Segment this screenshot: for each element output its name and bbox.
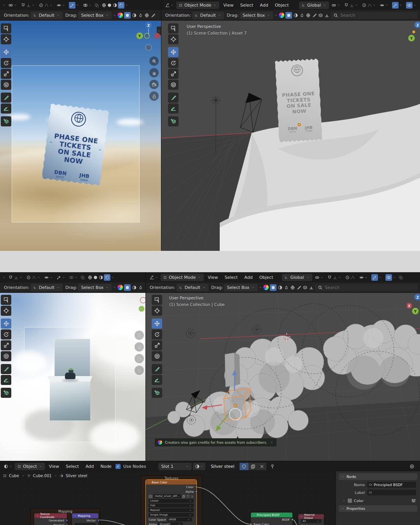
rotate-tool[interactable]	[1, 329, 11, 340]
orientation-select[interactable]: Default	[177, 284, 208, 291]
node-material-output[interactable]: Material Output All Surface	[298, 514, 324, 525]
output-socket-vector[interactable]	[97, 519, 100, 522]
show-gizmo-toggle[interactable]	[370, 274, 383, 281]
select-box-tool[interactable]	[168, 23, 178, 33]
toggle-layers[interactable]	[303, 285, 308, 290]
camera-view-button[interactable]	[149, 80, 159, 89]
zoom-button[interactable]	[135, 331, 144, 340]
projection-select[interactable]: Flat	[149, 504, 194, 508]
transform-tool[interactable]	[168, 80, 178, 90]
editor-type-select[interactable]	[164, 3, 175, 8]
extension-select[interactable]: Repeat	[149, 508, 194, 512]
filter-sliders-icon[interactable]	[411, 498, 416, 503]
viewport-bottom-right[interactable]: User Perspective (1) Scene Collection | …	[146, 272, 420, 461]
toggle-snap-z[interactable]	[324, 13, 329, 18]
node-base-color[interactable]: Base Color Color Alpha metal_silver_diff…	[146, 480, 196, 525]
orientation-select[interactable]: Default	[31, 284, 63, 291]
proportional-editing-toggle[interactable]	[37, 3, 54, 8]
show-overlays-toggle[interactable]	[68, 275, 79, 280]
shader-editor[interactable]: Object View Select Add Node ✓ Use Nodes …	[0, 461, 420, 525]
navigation-gizmo[interactable]: Z Y	[135, 20, 160, 54]
menu-view[interactable]: View	[220, 3, 236, 8]
output-socket-bsdf[interactable]	[291, 518, 294, 521]
toggle-drop[interactable]	[299, 13, 304, 18]
visibility-dropdown[interactable]	[378, 3, 390, 8]
output-socket-generated[interactable]	[66, 519, 68, 522]
poster-object[interactable]: PHASE ONETICKETS ON SALENOW ➳ ➳ DBN03757…	[42, 103, 110, 186]
show-gizmo-toggle[interactable]	[68, 2, 80, 9]
toggle-brush[interactable]	[296, 285, 301, 290]
snapping-link-toggle[interactable]	[7, 3, 18, 8]
toggle-active[interactable]	[285, 12, 292, 19]
cursor-tool[interactable]	[1, 306, 11, 316]
toggle-drop[interactable]	[284, 285, 289, 290]
toggle-active[interactable]	[124, 284, 131, 291]
menu-view[interactable]: View	[46, 464, 62, 469]
image-name-field[interactable]: metal_silver_diff...	[153, 494, 181, 498]
visibility-dropdown[interactable]	[55, 3, 66, 8]
menu-add[interactable]: Add	[83, 464, 96, 469]
pan-button[interactable]	[149, 68, 159, 77]
shading-mode-switch[interactable]	[86, 274, 116, 281]
select-box-tool[interactable]	[1, 295, 11, 305]
toggle-globe[interactable]	[144, 13, 149, 18]
snapping-link-toggle[interactable]	[313, 275, 325, 280]
toggle-brush[interactable]	[150, 13, 156, 18]
search-input[interactable]: Search	[331, 12, 418, 19]
move-tool[interactable]	[152, 318, 162, 329]
xray-toggle[interactable]	[94, 3, 99, 8]
pin-icon[interactable]	[270, 464, 275, 469]
select-box-tool[interactable]	[152, 295, 162, 305]
chevron-down-icon[interactable]	[113, 286, 116, 289]
notification-banner[interactable]: Creators also gain credits for free asse…	[155, 438, 276, 446]
measure-tool[interactable]	[152, 375, 162, 385]
measure-tool[interactable]	[168, 103, 178, 114]
toggle-matball[interactable]	[132, 13, 137, 18]
move-tool[interactable]	[168, 47, 178, 57]
menu-object[interactable]: Object	[257, 275, 276, 280]
toggle-active[interactable]	[124, 12, 131, 19]
material-browse-button[interactable]	[193, 463, 205, 470]
breadcrumb-object[interactable]: Cube	[9, 474, 19, 478]
breadcrumb-material[interactable]: Silver steel	[66, 474, 87, 478]
editor-type-select[interactable]	[148, 275, 159, 280]
copy-material-button[interactable]	[248, 463, 257, 470]
move-tool[interactable]	[1, 47, 11, 57]
toggle-brush[interactable]	[312, 13, 317, 18]
scale-tool[interactable]	[152, 340, 162, 350]
transform-orientation-select[interactable]: Global	[299, 2, 329, 9]
mode-select[interactable]: Object Mode	[176, 2, 219, 9]
expand-arrow-icon[interactable]	[342, 499, 346, 502]
navigation-gizmo-partial[interactable]: Z X Y	[407, 292, 420, 318]
poster-mesh[interactable]: PHASE ONETICKETS ON SALENOW DBN03757 JHB…	[275, 58, 323, 143]
menu-select[interactable]: Select	[222, 275, 240, 280]
use-nodes-checkbox[interactable]: ✓	[116, 464, 121, 469]
toggle-matball[interactable]	[132, 285, 137, 290]
alpha-select[interactable]: Straight	[158, 522, 183, 525]
color-ball-icon[interactable]	[279, 12, 284, 18]
close-icon[interactable]	[270, 441, 273, 444]
colorspace-select[interactable]: sRGB	[167, 518, 192, 522]
color-ball-icon[interactable]	[263, 285, 269, 290]
scale-tool[interactable]	[1, 69, 11, 79]
viewport-top-left[interactable]: PHASE ONETICKETS ON SALENOW ➳ ➳ DBN03757…	[0, 0, 161, 251]
input-socket-base-color[interactable]	[250, 523, 252, 525]
node-mapping[interactable]: Mapping Vector	[72, 513, 98, 525]
node-principled-bsdf[interactable]: Principled BSDF BSDF Base Color	[251, 513, 292, 525]
unlink-material-button[interactable]	[257, 463, 266, 470]
node-name-field[interactable]: Principled BSDF	[367, 482, 416, 488]
toggle-matball[interactable]	[278, 285, 283, 290]
chevron-down-icon[interactable]	[2, 276, 6, 279]
show-overlays-toggle[interactable]	[405, 2, 418, 9]
snap-toggle[interactable]	[7, 275, 24, 280]
annotate-tool[interactable]	[1, 93, 11, 103]
shader-type-select[interactable]: Object	[15, 463, 45, 470]
view-lock-button[interactable]	[135, 366, 144, 375]
add-cube-tool[interactable]	[1, 116, 11, 126]
add-cube-tool[interactable]	[1, 388, 11, 398]
camera-view-button[interactable]	[135, 354, 144, 363]
mode-select[interactable]: Object Mode	[161, 274, 204, 281]
rotate-tool[interactable]	[168, 58, 178, 68]
visibility-dropdown[interactable]	[43, 275, 54, 280]
header-options-icon[interactable]	[410, 464, 415, 469]
